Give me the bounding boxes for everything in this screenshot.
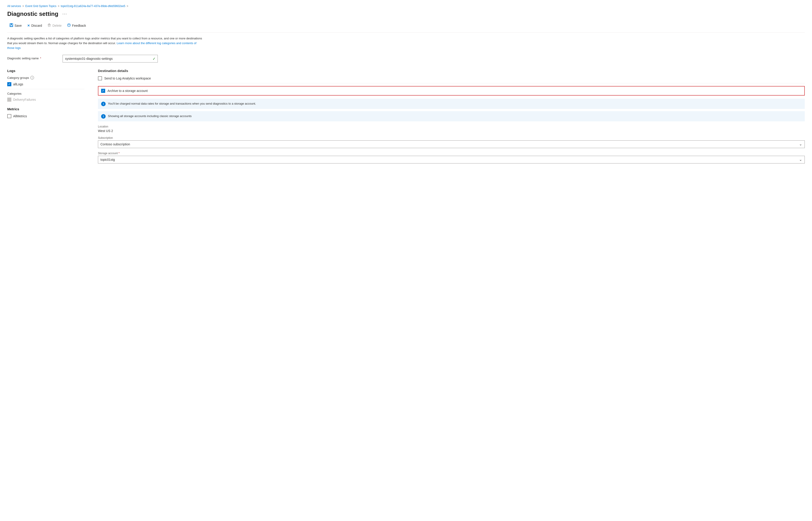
all-logs-row: allLogs	[7, 82, 84, 86]
categories-label: Categories	[7, 92, 84, 95]
save-button[interactable]: Save	[7, 22, 24, 29]
ellipsis-button[interactable]: ···	[61, 11, 68, 17]
save-icon	[9, 23, 13, 28]
main-layout: Logs Category groups i allLogs Categorie…	[7, 69, 805, 167]
breadcrumb-all-services[interactable]: All services	[7, 4, 21, 8]
svg-point-8	[67, 24, 70, 27]
breadcrumb-sep-2: >	[58, 4, 59, 8]
all-metrics-label: AllMetrics	[13, 114, 27, 118]
categories-section: Categories DeliveryFailures	[7, 92, 84, 102]
feedback-button[interactable]: Feedback	[65, 22, 88, 29]
delivery-failures-checkbox[interactable]	[7, 97, 11, 102]
delivery-failures-row: DeliveryFailures	[7, 97, 84, 102]
logs-divider	[7, 89, 84, 89]
breadcrumb-event-grid[interactable]: Event Grid System Topics	[25, 4, 57, 8]
subscription-group: Subscription Contoso subscription	[98, 136, 805, 148]
category-groups-subtitle: Category groups i	[7, 76, 84, 80]
archive-storage-checkbox[interactable]	[101, 89, 105, 93]
info-icon-2: i	[101, 114, 106, 119]
logs-section-title: Logs	[7, 69, 84, 73]
svg-point-10	[69, 25, 70, 25]
storage-info-text-2: Showing all storage accounts including c…	[108, 114, 192, 118]
info-icon-1: i	[101, 102, 106, 106]
diagnostic-name-section: Diagnostic setting name * ✓	[7, 55, 805, 63]
log-analytics-row: Send to Log Analytics workspace	[98, 76, 805, 83]
toolbar: Save ✕ Discard Delete Feedback	[7, 22, 805, 32]
subscription-select[interactable]: Contoso subscription	[98, 140, 805, 148]
destination-title: Destination details	[98, 69, 805, 73]
delete-icon	[47, 23, 51, 28]
required-star: *	[40, 56, 41, 60]
archive-storage-label: Archive to a storage account	[107, 89, 148, 93]
page-title: Diagnostic setting	[7, 10, 58, 18]
location-value: West US 2	[98, 129, 805, 133]
diagnostic-name-label: Diagnostic setting name *	[7, 55, 57, 60]
input-valid-icon: ✓	[153, 56, 155, 61]
metrics-section: Metrics AllMetrics	[7, 107, 84, 118]
breadcrumb-sep-3: >	[127, 4, 128, 8]
all-metrics-row: AllMetrics	[7, 114, 84, 118]
save-label: Save	[15, 24, 22, 27]
log-analytics-checkbox[interactable]	[98, 76, 102, 81]
subscription-label: Subscription	[98, 136, 805, 139]
storage-info-box-1: i You'll be charged normal data rates fo…	[98, 99, 805, 109]
subscription-select-wrapper: Contoso subscription	[98, 140, 805, 148]
category-groups-info-icon[interactable]: i	[30, 76, 34, 80]
storage-account-group: Storage account * topic01stg	[98, 152, 805, 163]
storage-account-required: *	[119, 152, 120, 155]
location-label: Location	[98, 125, 805, 128]
storage-info-box-2: i Showing all storage accounts including…	[98, 111, 805, 121]
log-analytics-label: Send to Log Analytics workspace	[104, 76, 151, 80]
delete-button[interactable]: Delete	[45, 22, 64, 29]
breadcrumb: All services > Event Grid System Topics …	[7, 4, 805, 8]
page-title-row: Diagnostic setting ···	[7, 10, 805, 18]
all-logs-label: allLogs	[13, 83, 23, 86]
discard-icon: ✕	[27, 24, 30, 27]
storage-account-label: Storage account *	[98, 152, 805, 155]
archive-storage-row: Archive to a storage account	[98, 86, 805, 95]
right-panel: Destination details Send to Log Analytic…	[98, 69, 805, 167]
location-group: Location West US 2	[98, 125, 805, 133]
svg-rect-5	[48, 24, 50, 24]
diagnostic-name-input-wrapper: ✓	[63, 55, 158, 63]
breadcrumb-topic[interactable]: topic01stg-811a624a-8a77-437e-89de-dfeb5…	[61, 4, 125, 8]
all-logs-checkbox[interactable]	[7, 82, 11, 86]
svg-point-9	[68, 25, 69, 25]
delivery-failures-label: DeliveryFailures	[13, 98, 36, 101]
svg-rect-3	[10, 25, 12, 26]
delete-label: Delete	[52, 24, 61, 27]
all-metrics-checkbox[interactable]	[7, 114, 11, 118]
left-panel: Logs Category groups i allLogs Categorie…	[7, 69, 84, 167]
svg-rect-1	[10, 24, 12, 25]
feedback-label: Feedback	[72, 24, 86, 27]
discard-button[interactable]: ✕ Discard	[25, 22, 44, 29]
diagnostic-name-input[interactable]	[63, 55, 158, 63]
storage-info-text-1: You'll be charged normal data rates for …	[108, 101, 256, 106]
storage-account-select[interactable]: topic01stg	[98, 156, 805, 163]
description: A diagnostic setting specifies a list of…	[7, 36, 202, 50]
storage-account-select-wrapper: topic01stg	[98, 156, 805, 163]
feedback-icon	[67, 23, 71, 28]
breadcrumb-sep-1: >	[22, 4, 24, 8]
metrics-section-title: Metrics	[7, 107, 84, 111]
discard-label: Discard	[31, 24, 42, 27]
